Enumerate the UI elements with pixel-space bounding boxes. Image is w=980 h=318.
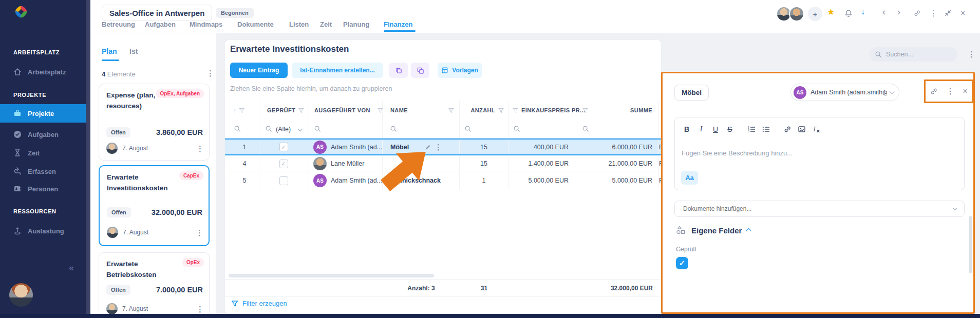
tab-planung[interactable]: Planung	[343, 21, 369, 28]
tab-plan[interactable]: Plan	[102, 47, 117, 55]
custom-fields-header[interactable]: Eigene Felder	[676, 225, 750, 235]
filter-funnel-icon[interactable]	[298, 108, 304, 113]
nav-back-chevron[interactable]: ‹	[882, 7, 885, 16]
status-badge[interactable]: Begonnen	[216, 8, 254, 18]
sidebar-item-arbeitsplatz[interactable]: Arbeitsplatz	[0, 64, 86, 80]
insert-link-icon[interactable]	[782, 124, 793, 135]
description-editor[interactable]: B I U S 123 T Fügen Sie eine Beschreibun…	[674, 117, 965, 190]
list-options-kebab[interactable]: ⋮	[206, 69, 214, 77]
tab-ist[interactable]: Ist	[129, 47, 138, 55]
table-row[interactable]: 5 AS Adam Smith (ad... Schnickschnack 1 …	[225, 172, 661, 189]
footer-count: Anzahl: 3	[407, 285, 435, 292]
geprueft-checkbox[interactable]: ✓	[676, 257, 688, 269]
add-member-button[interactable]: +	[808, 7, 822, 21]
tab-finanzen[interactable]: Finanzen	[384, 21, 412, 28]
sidebar-item-personen[interactable]: Personen	[0, 181, 86, 197]
row-options-kebab[interactable]: ⋮	[435, 143, 442, 151]
horizontal-scrollbar[interactable]	[229, 274, 434, 277]
card-options-kebab[interactable]: ⋮	[196, 229, 203, 236]
tab-mindmaps[interactable]: Mindmaps	[190, 21, 222, 28]
copy-link-icon[interactable]	[913, 9, 921, 17]
tab-listen[interactable]: Listen	[289, 21, 309, 28]
card-options-kebab[interactable]: ⋮	[196, 145, 204, 152]
templates-button[interactable]: Vorlagen	[438, 63, 482, 78]
sidebar-collapse-chevron[interactable]: «	[69, 263, 74, 273]
favorite-star-icon[interactable]: ★	[827, 8, 835, 16]
panel-close-icon[interactable]: ×	[963, 87, 968, 96]
sidebar-item-aufgaben[interactable]: Aufgaben	[0, 126, 86, 143]
sort-ascending-icon[interactable]: ↑	[233, 107, 237, 114]
download-arrow-icon[interactable]: ↓	[861, 8, 865, 16]
table-row[interactable]: 4 ✓ Lane Müller 15 1.400,00 EUR 21.000,0…	[225, 155, 661, 172]
new-entry-button[interactable]: Neuer Eintrag	[230, 63, 288, 78]
notification-bell-icon[interactable]	[844, 9, 853, 17]
clear-format-icon[interactable]: T	[811, 124, 822, 135]
user-avatar[interactable]	[9, 283, 33, 307]
finance-card-expense[interactable]: Expense (plan, resources) OpEx, Aufgaben…	[99, 84, 210, 161]
documents-field[interactable]	[682, 205, 953, 213]
assignee-dropdown[interactable]: AS Adam Smith (adam.smith@...	[790, 84, 899, 101]
sidebar-item-zeit[interactable]: Zeit	[0, 145, 86, 161]
tab-dokumente[interactable]: Dokumente	[237, 21, 274, 28]
view-options-kebab[interactable]: ⋮	[968, 50, 975, 58]
finance-card-investitionskosten[interactable]: Erwartete Investitionskosten CapEx Offen…	[99, 165, 210, 246]
insert-image-icon[interactable]	[796, 124, 807, 135]
underline-icon[interactable]: U	[710, 124, 721, 135]
panel-options-kebab[interactable]: ⋮	[946, 87, 954, 95]
duplicate-button[interactable]	[411, 63, 429, 78]
filter-cell-summe[interactable]	[575, 120, 659, 138]
member-avatar-2[interactable]	[789, 6, 804, 22]
collapse-window-icon[interactable]	[944, 9, 952, 17]
filter-funnel-icon[interactable]	[513, 108, 518, 113]
italic-icon[interactable]: I	[695, 124, 707, 135]
finance-card-betriebskosten[interactable]: Erwartete Betriebskosten OpEx Offen 7.00…	[99, 252, 210, 314]
column-header-anzahl[interactable]: ANZAHL	[470, 107, 495, 113]
column-header-geprueft[interactable]: GEPRÜFT	[267, 107, 295, 113]
assignee-avatar: AS	[794, 86, 806, 99]
close-window-icon[interactable]: ×	[960, 9, 965, 17]
create-filter-link[interactable]: Filter erzeugen	[231, 300, 287, 307]
documents-input[interactable]	[674, 201, 965, 217]
bold-icon[interactable]: B	[681, 124, 692, 135]
filter-cell-num[interactable]	[230, 120, 259, 138]
tab-betreuung[interactable]: Betreuung	[102, 21, 135, 28]
edit-pencil-icon[interactable]	[424, 144, 431, 151]
filter-funnel-icon[interactable]	[498, 108, 504, 113]
card-options-kebab[interactable]: ⋮	[196, 305, 204, 313]
detail-title[interactable]: Möbel	[674, 85, 709, 101]
bullet-list-icon[interactable]	[760, 124, 771, 135]
row-checkbox[interactable]: ✓	[279, 160, 288, 168]
table-row[interactable]: 1 ✓ AS Adam Smith (ad... Möbel ⋮ 15 400,…	[225, 138, 661, 155]
filter-cell-einkaufspreis[interactable]	[508, 120, 575, 138]
filter-cell-anzahl[interactable]	[460, 120, 508, 138]
filter-funnel-icon[interactable]	[448, 108, 454, 113]
row-checkbox[interactable]: ✓	[279, 143, 288, 151]
sidebar-divider-scrollbar[interactable]	[86, 0, 90, 318]
tab-aufgaben[interactable]: Aufgaben	[145, 21, 176, 28]
strikethrough-icon[interactable]: S	[724, 124, 736, 135]
filter-funnel-icon[interactable]	[239, 108, 244, 113]
ordered-list-icon[interactable]: 123	[746, 124, 757, 135]
row-checkbox[interactable]	[279, 176, 288, 185]
sidebar-item-auslastung[interactable]: Auslastung	[0, 223, 86, 239]
column-header-ausgefuehrt-von[interactable]: AUSGEFÜHRT VON	[314, 107, 370, 113]
column-header-name[interactable]: NAME	[390, 107, 408, 113]
column-header-summe[interactable]: SUMME	[630, 107, 652, 113]
more-options-kebab[interactable]: ⋮	[930, 9, 937, 17]
nav-forward-chevron[interactable]: ›	[897, 7, 900, 16]
sidebar-item-erfassen[interactable]: Erfassen	[0, 163, 86, 180]
filter-cell-name[interactable]	[383, 120, 460, 138]
create-actual-income-button[interactable]: Ist-Einnahmen erstellen...	[292, 63, 383, 78]
link-icon[interactable]	[930, 87, 938, 95]
tab-zeit[interactable]: Zeit	[320, 21, 332, 28]
project-title[interactable]: Sales-Office in Antwerpen	[102, 5, 212, 21]
filter-cell-geprueft[interactable]: (Alle)	[259, 120, 308, 138]
search-input[interactable]: Suchen...	[869, 47, 957, 62]
copy-button[interactable]	[389, 63, 408, 78]
filter-cell-ausgefuehrt[interactable]	[308, 120, 383, 138]
panel-scrollbar[interactable]	[969, 216, 972, 273]
sidebar-item-projekte[interactable]: Projekte	[0, 104, 86, 123]
filter-funnel-icon[interactable]	[582, 108, 588, 113]
app-logo-icon[interactable]	[13, 4, 29, 19]
format-text-chip[interactable]: Aa	[681, 171, 698, 185]
